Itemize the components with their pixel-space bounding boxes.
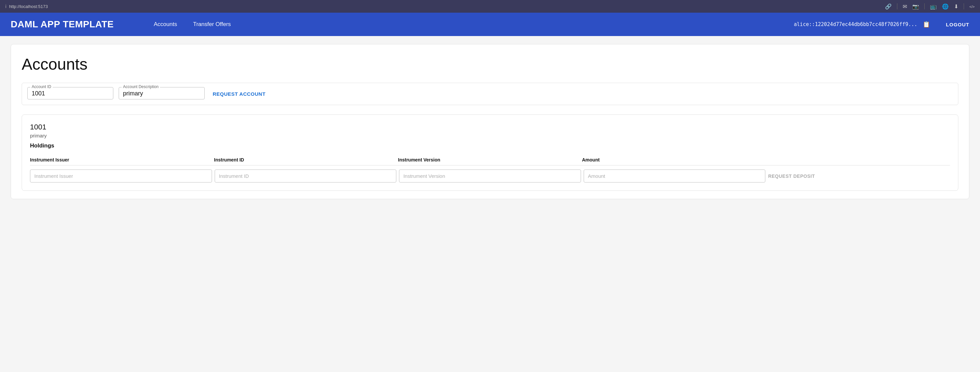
divider — [897, 3, 897, 10]
instrument-version-input[interactable] — [399, 169, 581, 182]
holdings-input-row: REQUEST DEPOSIT — [30, 169, 950, 182]
browser-address-bar: i http://localhost:5173 — [5, 4, 881, 9]
link-icon[interactable] — [885, 3, 892, 10]
divider3 — [964, 3, 964, 10]
divider2 — [924, 3, 925, 10]
amount-input[interactable] — [584, 169, 766, 182]
browser-bar: i http://localhost:5173 — [0, 0, 980, 13]
app-title: DAML APP TEMPLATE — [11, 19, 114, 30]
instrument-id-input[interactable] — [215, 169, 397, 182]
app-nav: Accounts Transfer Offers — [154, 21, 794, 28]
main-content: Accounts Account ID Account Description … — [0, 36, 980, 207]
account-id-field: Account ID — [27, 87, 113, 99]
col-action — [766, 157, 950, 163]
account-card: 1001 primary Holdings Instrument Issuer … — [22, 115, 958, 191]
account-name: primary — [30, 133, 950, 139]
account-form-row: Account ID Account Description REQUEST A… — [22, 83, 958, 105]
instrument-issuer-input[interactable] — [30, 169, 212, 182]
app-header: DAML APP TEMPLATE Accounts Transfer Offe… — [0, 13, 980, 36]
globe-icon[interactable] — [942, 3, 949, 10]
info-icon: i — [5, 4, 6, 9]
mail-icon[interactable] — [903, 3, 907, 10]
account-id-input[interactable] — [32, 90, 109, 97]
request-account-button[interactable]: REQUEST ACCOUNT — [210, 87, 268, 101]
holdings-title: Holdings — [30, 142, 950, 149]
download-icon[interactable] — [954, 3, 958, 10]
browser-actions — [885, 3, 975, 10]
copy-icon[interactable]: 📋 — [923, 21, 930, 28]
col-amount: Amount — [582, 157, 766, 163]
user-id: alice::122024d77ec44db6bb7cc48f7026ff9..… — [794, 21, 917, 27]
nav-accounts[interactable]: Accounts — [154, 21, 177, 28]
col-instrument-version: Instrument Version — [398, 157, 582, 163]
code-icon[interactable] — [969, 3, 975, 10]
tv-icon[interactable] — [930, 3, 937, 10]
camera-icon[interactable] — [912, 3, 919, 10]
col-instrument-issuer: Instrument Issuer — [30, 157, 214, 163]
request-deposit-button[interactable]: REQUEST DEPOSIT — [768, 170, 950, 182]
page-title: Accounts — [22, 55, 958, 73]
account-description-input[interactable] — [123, 90, 200, 97]
header-right: alice::122024d77ec44db6bb7cc48f7026ff9..… — [794, 21, 969, 28]
logout-button[interactable]: LOGOUT — [946, 22, 969, 27]
browser-url: http://localhost:5173 — [9, 4, 48, 9]
content-card: Accounts Account ID Account Description … — [11, 44, 969, 199]
nav-transfer-offers[interactable]: Transfer Offers — [193, 21, 231, 28]
account-number: 1001 — [30, 123, 950, 131]
account-description-label: Account Description — [122, 85, 160, 89]
account-id-label: Account ID — [30, 85, 52, 89]
col-instrument-id: Instrument ID — [214, 157, 398, 163]
account-description-field: Account Description — [119, 87, 205, 99]
holdings-table-header: Instrument Issuer Instrument ID Instrume… — [30, 155, 950, 166]
